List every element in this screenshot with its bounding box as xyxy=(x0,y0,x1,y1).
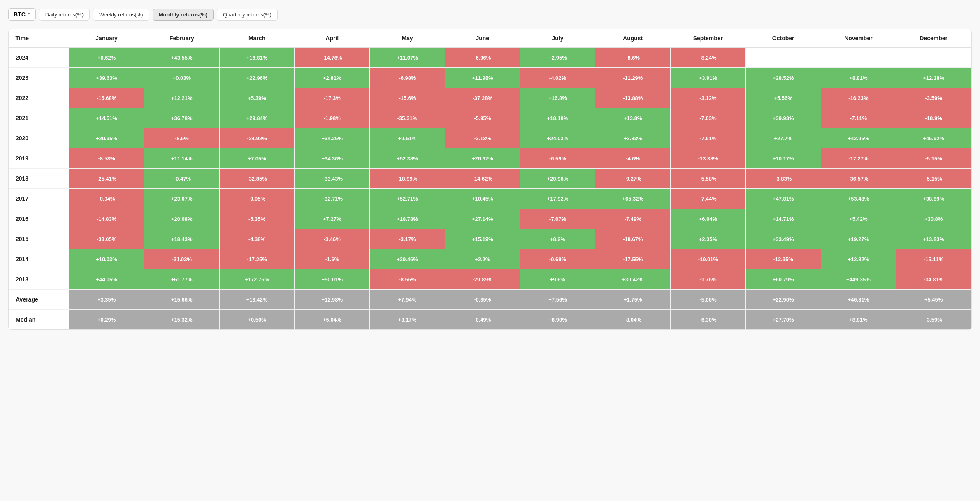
table-cell: +18.19% xyxy=(520,108,595,128)
table-cell: -17.55% xyxy=(595,249,671,269)
table-cell: -7.44% xyxy=(671,189,746,209)
table-cell: -4.38% xyxy=(219,229,295,249)
header-july: July xyxy=(520,29,595,48)
table-cell: -35.31% xyxy=(370,108,445,128)
table-cell: +38.89% xyxy=(896,189,971,209)
table-row: Average+3.35%+15.66%+13.42%+12.98%+7.94%… xyxy=(9,290,971,310)
table-cell xyxy=(821,48,896,68)
table-cell: +12.21% xyxy=(144,88,219,108)
table-cell: +8.81% xyxy=(821,310,896,330)
table-cell: +20.96% xyxy=(520,169,595,189)
table-cell: -3.59% xyxy=(896,310,971,330)
table-cell: -6.98% xyxy=(370,68,445,88)
table-cell: -37.28% xyxy=(445,88,520,108)
table-cell: +10.17% xyxy=(745,148,821,169)
table-cell: -3.17% xyxy=(370,229,445,249)
header-may: May xyxy=(370,29,445,48)
table-cell: +0.29% xyxy=(69,310,144,330)
table-cell: -18.99% xyxy=(370,169,445,189)
table-cell: -7.49% xyxy=(595,209,671,229)
table-cell: +8.90% xyxy=(520,310,595,330)
year-label-2013: 2013 xyxy=(9,269,69,290)
table-cell: -17.25% xyxy=(219,249,295,269)
table-cell: -13.88% xyxy=(595,88,671,108)
table-cell: +7.94% xyxy=(370,290,445,310)
returns-table: TimeJanuaryFebruaryMarchAprilMayJuneJuly… xyxy=(9,29,971,329)
table-cell: +53.48% xyxy=(821,189,896,209)
table-cell: +5.45% xyxy=(896,290,971,310)
table-cell: -3.46% xyxy=(295,229,370,249)
table-cell: +33.43% xyxy=(295,169,370,189)
table-cell: -13.38% xyxy=(671,148,746,169)
table-cell: +61.77% xyxy=(144,269,219,290)
header-august: August xyxy=(595,29,671,48)
table-cell: -6.96% xyxy=(445,48,520,68)
table-cell: +449.35% xyxy=(821,269,896,290)
table-cell: +15.32% xyxy=(144,310,219,330)
table-cell: -7.03% xyxy=(671,108,746,128)
year-label-2022: 2022 xyxy=(9,88,69,108)
header-april: April xyxy=(295,29,370,48)
table-cell: -9.27% xyxy=(595,169,671,189)
table-cell: +13.83% xyxy=(896,229,971,249)
table-cell: +15.66% xyxy=(144,290,219,310)
table-cell: -16.23% xyxy=(821,88,896,108)
table-row: Median+0.29%+15.32%+0.50%+5.04%+3.17%-0.… xyxy=(9,310,971,330)
table-cell: +5.42% xyxy=(821,209,896,229)
table-cell: -3.83% xyxy=(745,169,821,189)
table-cell: +13.8% xyxy=(595,108,671,128)
tab-weekly-returns[interactable]: Weekly returns(%) xyxy=(93,9,149,21)
table-cell: +24.03% xyxy=(520,128,595,148)
table-row: 2014+10.03%-31.03%-17.25%-1.6%+39.46%+2.… xyxy=(9,249,971,269)
table-cell: -6.30% xyxy=(671,310,746,330)
tab-quarterly-returns[interactable]: Quarterly returns(%) xyxy=(217,9,278,21)
header-september: September xyxy=(671,29,746,48)
table-cell: -14.83% xyxy=(69,209,144,229)
table-cell: +0.50% xyxy=(219,310,295,330)
table-cell: +11.07% xyxy=(370,48,445,68)
header-march: March xyxy=(219,29,295,48)
asset-selector[interactable]: BTC ⌃ xyxy=(8,8,36,21)
table-cell: +30.8% xyxy=(896,209,971,229)
table-cell: +2.83% xyxy=(595,128,671,148)
table-cell: -9.05% xyxy=(219,189,295,209)
table-cell: +14.71% xyxy=(745,209,821,229)
table-cell: +16.8% xyxy=(520,88,595,108)
table-cell: -4.02% xyxy=(520,68,595,88)
table-cell: +19.27% xyxy=(821,229,896,249)
table-cell: -36.57% xyxy=(821,169,896,189)
table-cell: -24.92% xyxy=(219,128,295,148)
table-cell: -15.11% xyxy=(896,249,971,269)
returns-table-container: TimeJanuaryFebruaryMarchAprilMayJuneJuly… xyxy=(8,29,972,330)
table-cell: +52.38% xyxy=(370,148,445,169)
table-cell: +10.03% xyxy=(69,249,144,269)
table-cell: -5.58% xyxy=(671,169,746,189)
table-row: 2013+44.05%+61.77%+172.76%+50.01%-8.56%-… xyxy=(9,269,971,290)
table-row: 2023+39.63%+0.03%+22.96%+2.81%-6.98%+11.… xyxy=(9,68,971,88)
table-cell: +39.46% xyxy=(370,249,445,269)
tab-daily-returns[interactable]: Daily returns(%) xyxy=(39,9,90,21)
table-cell: -8.56% xyxy=(370,269,445,290)
table-cell: +17.92% xyxy=(520,189,595,209)
table-cell: +8.2% xyxy=(520,229,595,249)
table-cell: +16.81% xyxy=(219,48,295,68)
table-cell: +18.78% xyxy=(370,209,445,229)
year-label-2019: 2019 xyxy=(9,148,69,169)
table-cell: +9.6% xyxy=(520,269,595,290)
table-cell: -6.59% xyxy=(520,148,595,169)
table-cell: +60.79% xyxy=(745,269,821,290)
header-november: November xyxy=(821,29,896,48)
year-label-Average: Average xyxy=(9,290,69,310)
year-label-2014: 2014 xyxy=(9,249,69,269)
table-cell: +7.27% xyxy=(295,209,370,229)
table-cell: +7.56% xyxy=(520,290,595,310)
table-cell: +14.51% xyxy=(69,108,144,128)
year-label-2024: 2024 xyxy=(9,48,69,68)
tab-monthly-returns[interactable]: Monthly returns(%) xyxy=(153,9,214,21)
table-cell: -31.03% xyxy=(144,249,219,269)
table-cell: -17.3% xyxy=(295,88,370,108)
table-cell: +34.26% xyxy=(295,128,370,148)
table-cell: +5.56% xyxy=(745,88,821,108)
table-cell: -0.35% xyxy=(445,290,520,310)
table-cell: +12.82% xyxy=(821,249,896,269)
